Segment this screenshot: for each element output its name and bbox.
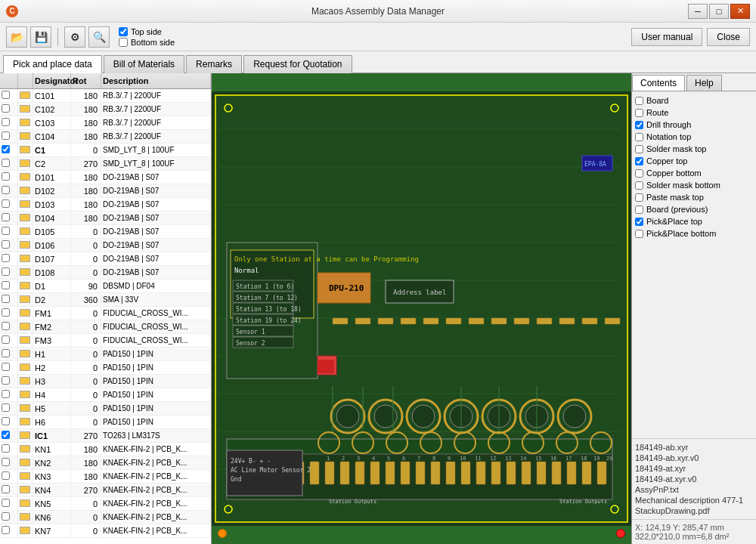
row-check[interactable] — [0, 484, 18, 496]
row-check[interactable] — [0, 198, 18, 211]
contents-checkbox[interactable] — [635, 97, 643, 105]
tab-help[interactable]: Help — [686, 75, 722, 91]
contents-item: Notation top — [635, 131, 753, 143]
open-button[interactable]: 📂 — [6, 26, 27, 48]
row-designator: D101 — [33, 172, 71, 184]
svg-text:14: 14 — [520, 456, 526, 462]
contents-checkbox[interactable] — [635, 145, 643, 153]
svg-rect-30 — [476, 462, 485, 484]
row-rot: 180 — [71, 90, 101, 102]
row-check[interactable] — [0, 225, 18, 238]
row-rot: 0 — [71, 144, 101, 156]
contents-checkbox[interactable] — [635, 169, 643, 178]
close-button[interactable]: Close — [707, 28, 750, 46]
tab-pick-place[interactable]: Pick and place data — [3, 55, 102, 73]
row-check[interactable] — [0, 429, 18, 442]
svg-rect-90 — [491, 318, 507, 324]
svg-rect-92 — [537, 318, 552, 324]
row-designator: KN7 — [33, 525, 71, 537]
file-item[interactable]: 184149-at.xyr — [635, 463, 753, 474]
file-item[interactable]: AssyPnP.txt — [635, 484, 753, 495]
row-check[interactable] — [0, 361, 18, 374]
row-check[interactable] — [0, 252, 18, 265]
contents-checkbox[interactable] — [635, 218, 643, 226]
row-check[interactable] — [0, 511, 18, 524]
row-check[interactable] — [0, 375, 18, 388]
contents-checkbox[interactable] — [635, 181, 643, 190]
contents-item: Pick&Place top — [635, 215, 753, 227]
contents-item: Copper top — [635, 155, 753, 167]
view-button[interactable]: 🔍 — [88, 26, 110, 48]
row-check[interactable] — [0, 402, 18, 415]
tab-contents[interactable]: Contents — [632, 75, 685, 91]
contents-checkbox[interactable] — [635, 121, 643, 129]
row-check[interactable] — [0, 144, 18, 156]
bottom-side-checkbox[interactable] — [119, 38, 128, 47]
row-check[interactable] — [0, 266, 18, 279]
row-check[interactable] — [0, 456, 18, 469]
row-check[interactable] — [0, 348, 18, 360]
row-check[interactable] — [0, 470, 18, 483]
row-check[interactable] — [0, 320, 18, 333]
table-row: H5 0 PAD150 | 1PIN — [0, 402, 211, 416]
contents-item: Copper bottom — [635, 167, 753, 179]
row-icon — [18, 512, 33, 524]
row-check[interactable] — [0, 524, 18, 537]
row-designator: H3 — [33, 376, 71, 388]
table-header: Designator Rot Description — [0, 73, 211, 89]
contents-checkbox[interactable] — [635, 193, 643, 202]
top-side-checkbox[interactable] — [119, 27, 128, 36]
row-check[interactable] — [0, 130, 18, 143]
minimize-button[interactable]: ─ — [688, 4, 708, 19]
pcb-view-panel[interactable]: Only one Station at a time can be Progra… — [212, 73, 631, 544]
maximize-button[interactable]: □ — [709, 4, 729, 19]
save-button[interactable]: 💾 — [30, 26, 51, 48]
row-check[interactable] — [0, 416, 18, 428]
row-check[interactable] — [0, 443, 18, 456]
row-rot: 270 — [71, 484, 101, 496]
row-check[interactable] — [0, 103, 18, 116]
window-close-button[interactable]: ✕ — [730, 4, 750, 19]
row-check[interactable] — [0, 116, 18, 129]
svg-rect-29 — [461, 462, 470, 484]
row-check[interactable] — [0, 184, 18, 197]
component-table: Designator Rot Description C101 180 RB.3… — [0, 73, 212, 544]
file-item[interactable]: 184149-at.xyr.v0 — [635, 474, 753, 484]
file-item[interactable]: 184149-ab.xyr — [635, 442, 753, 453]
row-designator: IC1 — [33, 430, 71, 442]
file-item[interactable]: StackupDrawing.pdf — [635, 505, 753, 516]
table-row: H2 0 PAD150 | 1PIN — [0, 361, 211, 375]
row-check[interactable] — [0, 280, 18, 292]
file-item[interactable]: 184149-ab.xyr.v0 — [635, 453, 753, 463]
row-check[interactable] — [0, 212, 18, 224]
contents-checkbox[interactable] — [635, 230, 643, 238]
component-icon — [20, 200, 30, 208]
col-icon — [18, 73, 33, 88]
row-check[interactable] — [0, 171, 18, 184]
file-item[interactable]: Mechanical description 477-1 — [635, 495, 753, 505]
row-check[interactable] — [0, 388, 18, 401]
row-check[interactable] — [0, 89, 18, 102]
settings-button[interactable]: ⚙ — [64, 26, 85, 48]
table-row: KN4 270 KNAEK-FIN-2 | PCB_K... — [0, 484, 211, 497]
row-check[interactable] — [0, 157, 18, 170]
tab-remarks[interactable]: Remarks — [186, 55, 242, 73]
row-designator: FM3 — [33, 335, 71, 347]
user-manual-button[interactable]: User manual — [631, 28, 702, 46]
contents-label: Paste mask top — [646, 193, 704, 202]
bottom-side-label[interactable]: Bottom side — [131, 38, 175, 47]
row-check[interactable] — [0, 307, 18, 320]
table-row: C1 0 SMD_LYT_8 | 100UF — [0, 144, 211, 157]
row-check[interactable] — [0, 334, 18, 347]
contents-item: Paste mask top — [635, 191, 753, 203]
top-side-label[interactable]: Top side — [131, 27, 162, 36]
row-check[interactable] — [0, 497, 18, 510]
tab-bom[interactable]: Bill of Materials — [104, 55, 184, 73]
tab-rfq[interactable]: Request for Quotation — [243, 55, 352, 73]
contents-checkbox[interactable] — [635, 206, 643, 214]
contents-checkbox[interactable] — [635, 133, 643, 141]
contents-checkbox[interactable] — [635, 157, 643, 165]
row-check[interactable] — [0, 293, 18, 306]
contents-checkbox[interactable] — [635, 109, 643, 117]
row-check[interactable] — [0, 239, 18, 252]
